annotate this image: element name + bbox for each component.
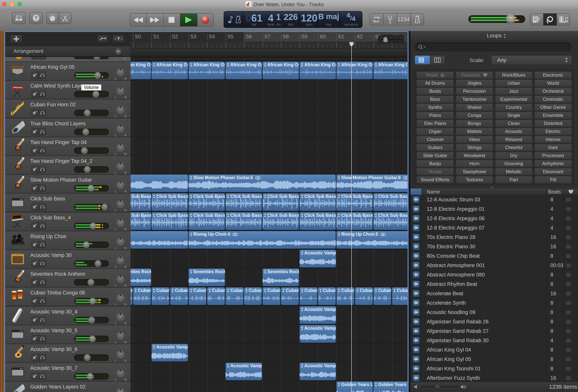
svg-text:?: ?: [35, 15, 38, 21]
